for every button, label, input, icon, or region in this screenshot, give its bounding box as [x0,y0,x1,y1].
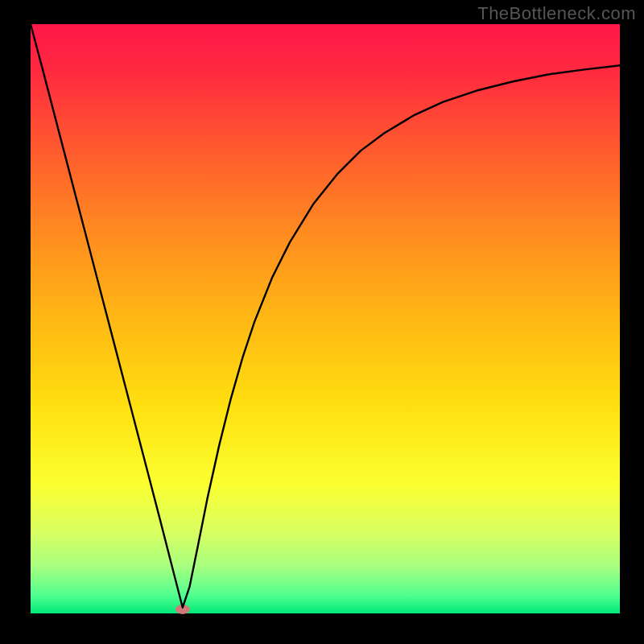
chart-frame: TheBottleneck.com [0,0,644,644]
watermark-text: TheBottleneck.com [477,3,636,24]
plot-background [31,24,620,613]
bottleneck-chart [0,0,644,644]
